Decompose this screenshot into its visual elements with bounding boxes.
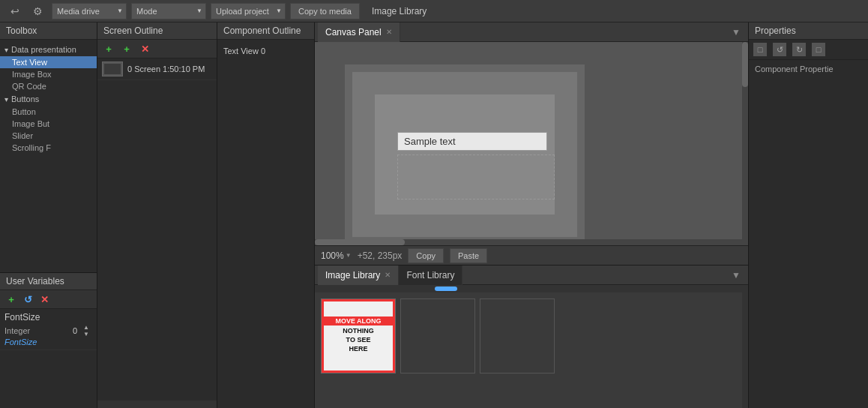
il-image-3[interactable]: [480, 298, 555, 374]
so-scrollbar[interactable]: [97, 400, 217, 408]
so-remove-button[interactable]: ✕: [138, 42, 151, 56]
uv-stepper-down[interactable]: ▼: [80, 331, 92, 338]
component-outline-header: Component Outline: [217, 22, 314, 40]
il-move-along-title: MOVE ALONG: [324, 316, 393, 326]
properties-toolbar: □ ↺ ↻ □: [749, 40, 868, 60]
canvas-tab-close[interactable]: ✕: [386, 28, 392, 36]
toolbox: Toolbox Data presentation Text View Imag…: [0, 22, 97, 273]
il-line1: NOTHING: [343, 327, 374, 336]
so-item-label: 0 Screen 1:50:10 PM: [127, 64, 205, 74]
il-scrollbar-h[interactable]: [315, 285, 748, 292]
canvas-tab-label: Canvas Panel: [325, 27, 382, 38]
mode-dropdown[interactable]: Mode: [131, 3, 206, 20]
prop-icon-4[interactable]: □: [812, 43, 825, 56]
so-add-button1[interactable]: +: [102, 42, 115, 56]
il-line2: TO SEE: [343, 336, 374, 345]
toolbox-group-buttons[interactable]: Buttons: [0, 92, 97, 106]
il-scrollbar-h-thumb: [435, 286, 457, 291]
canvas-copy-button[interactable]: Copy: [408, 248, 444, 263]
back-button[interactable]: ↩: [6, 4, 24, 19]
toolbox-item-textview[interactable]: Text View: [0, 56, 97, 68]
screen-outline-panel: Screen Outline + + ✕ 0 Screen 1:50:10 PM: [97, 22, 217, 408]
properties-panel: Properties □ ↺ ↻ □ Component Propertie: [748, 22, 868, 408]
canvas-zoom-label: 100%: [321, 250, 344, 261]
prop-icon-1[interactable]: □: [753, 43, 767, 56]
copy-to-media-button[interactable]: Copy to media: [290, 3, 360, 20]
bottom-tab-bar: Image Library ✕ Font Library ▼: [315, 266, 748, 285]
media-drive-dropdown[interactable]: Media drive: [52, 3, 127, 20]
uv-toolbar: + ↺ ✕: [0, 290, 97, 309]
canvas-area: Canvas Panel ✕ ▼ Sample text: [315, 22, 748, 266]
uv-stepper-up[interactable]: ▲: [80, 324, 92, 331]
canvas-text-box[interactable]: Sample text: [397, 132, 547, 151]
canvas-tab-bar: Canvas Panel ✕ ▼: [315, 22, 748, 42]
il-image-2[interactable]: [400, 298, 475, 374]
user-variables-panel: User Variables + ↺ ✕ FontSize Integer 0 …: [0, 273, 97, 408]
il-images: MOVE ALONG NOTHING TO SEE HERE: [315, 292, 748, 408]
uv-variable-name: FontSize: [4, 312, 92, 322]
so-content: 0 Screen 1:50:10 PM: [97, 58, 217, 400]
center-panel: Canvas Panel ✕ ▼ Sample text: [315, 22, 748, 408]
image-library-content: MOVE ALONG NOTHING TO SEE HERE: [315, 285, 748, 408]
toolbox-item-imagebox[interactable]: Image Box: [0, 68, 97, 80]
image-library-tab-label: Image Library: [325, 270, 380, 280]
image-library-tab-close[interactable]: ✕: [385, 271, 391, 279]
co-content: Text View 0: [217, 40, 314, 408]
uv-type: Integer: [4, 326, 70, 335]
top-toolbar: ↩ ⚙ Media drive Mode Upload project Copy…: [0, 0, 868, 22]
prop-icon-3[interactable]: ↻: [792, 43, 806, 56]
uv-stepper[interactable]: ▲ ▼: [80, 324, 92, 338]
canvas-statusbar: 100% ▼ +52, 235px Copy Paste: [315, 245, 748, 265]
co-item-textview[interactable]: Text View 0: [223, 44, 308, 58]
canvas-zoom-control[interactable]: 100% ▼: [321, 250, 352, 261]
il-line3: HERE: [343, 345, 374, 354]
screen-outline-header: Screen Outline: [97, 22, 217, 40]
canvas-coords: +52, 235px: [358, 250, 403, 261]
canvas-zoom-arrow: ▼: [346, 252, 352, 259]
gear-button[interactable]: ⚙: [28, 4, 47, 19]
uv-subname: FontSize: [4, 338, 92, 346]
so-thumb: [102, 62, 123, 76]
canvas-viewport[interactable]: Sample text: [315, 42, 748, 239]
toolbox-item-button[interactable]: Button: [0, 106, 97, 118]
component-outline-panel: Component Outline Text View 0: [217, 22, 315, 408]
uv-remove-button[interactable]: ✕: [37, 292, 51, 306]
il-image-1[interactable]: MOVE ALONG NOTHING TO SEE HERE: [321, 298, 396, 374]
bottom-minimize-button[interactable]: ▼: [727, 270, 745, 280]
canvas-paste-button[interactable]: Paste: [450, 248, 487, 263]
image-library-tab[interactable]: Image Library ✕: [318, 266, 399, 285]
toolbox-item-slider[interactable]: Slider: [0, 130, 97, 142]
so-add-button2[interactable]: +: [120, 42, 133, 56]
canvas-inner: Sample text: [345, 64, 585, 239]
image-library-title: Image Library: [372, 6, 427, 16]
canvas-scrollbar-h-thumb: [315, 239, 405, 245]
left-panel: Toolbox Data presentation Text View Imag…: [0, 22, 97, 408]
so-item[interactable]: 0 Screen 1:50:10 PM: [97, 58, 217, 80]
uv-refresh-button[interactable]: ↺: [21, 292, 34, 306]
il-move-along-text: NOTHING TO SEE HERE: [341, 326, 376, 355]
toolbox-item-imagebut[interactable]: Image But: [0, 118, 97, 130]
font-library-tab[interactable]: Font Library: [399, 266, 462, 285]
uv-variable-value-row: Integer 0 ▲ ▼: [4, 324, 92, 338]
bottom-panel: Image Library ✕ Font Library ▼ MOVE ALON…: [315, 266, 748, 408]
upload-dropdown[interactable]: Upload project: [211, 3, 286, 20]
so-toolbar: + + ✕: [97, 40, 217, 58]
font-library-tab-label: Font Library: [406, 270, 454, 280]
uv-add-button[interactable]: +: [4, 292, 18, 306]
toolbox-header: Toolbox: [0, 22, 97, 40]
so-thumb-inner: [104, 64, 121, 74]
main-layout: Toolbox Data presentation Text View Imag…: [0, 22, 868, 408]
toolbox-item-scrollingf[interactable]: Scrolling F: [0, 142, 97, 154]
canvas-content-area: Sample text: [375, 94, 555, 214]
canvas-tab[interactable]: Canvas Panel ✕: [318, 22, 400, 42]
toolbox-group-data-presentation[interactable]: Data presentation: [0, 43, 97, 56]
il-move-along: MOVE ALONG NOTHING TO SEE HERE: [322, 299, 395, 373]
canvas-text-dashed: [397, 154, 555, 200]
toolbox-item-qrcode[interactable]: QR Code: [0, 80, 97, 92]
canvas-scrollbar-h[interactable]: [315, 239, 748, 245]
canvas-scrollbar-v[interactable]: [742, 42, 748, 239]
canvas-minimize-button[interactable]: ▼: [727, 27, 745, 38]
prop-icon-2[interactable]: ↺: [773, 43, 786, 56]
component-properties-label: Component Propertie: [749, 60, 868, 78]
il-scrollbar-v[interactable]: [742, 285, 748, 408]
